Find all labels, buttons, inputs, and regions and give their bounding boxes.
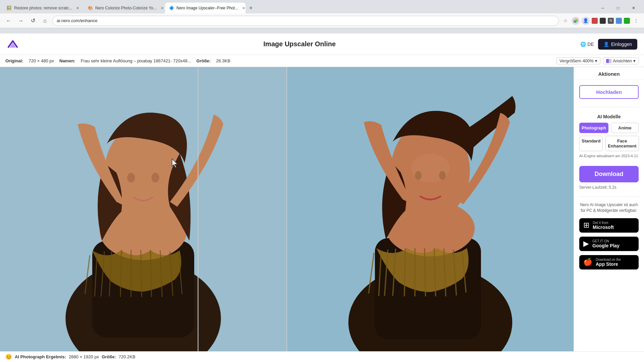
ai-engine-text: AI-Engine aktualisiert am 2023-4-11 [579, 154, 639, 158]
status-size-value: 720.2KB [119, 354, 136, 359]
size-label: Größe: [197, 58, 211, 63]
profile-icon[interactable]: 👤 [582, 17, 590, 25]
person-icon: 👤 [603, 42, 609, 47]
view-grid-icon [606, 59, 611, 63]
tab3-label: Nero Image Upscaler--Free Phot... [176, 6, 238, 10]
extensions-icon[interactable]: 🧩 [572, 17, 580, 25]
download-button[interactable]: Download [579, 166, 639, 182]
maximize-button[interactable]: □ [610, 3, 626, 13]
view-label: Ansichten [613, 58, 632, 63]
google-play-badge[interactable]: ▶ GET IT ON Google Play [579, 237, 639, 251]
image-split-container [0, 67, 574, 351]
browser-tab-3[interactable]: 🔷 Nero Image Upscaler--Free Phot... ✕ [165, 3, 246, 13]
right-sidebar: Aktionen Hochladen AI Modelle Photograph… [574, 67, 644, 351]
tab3-favicon: 🔷 [169, 6, 174, 10]
logo-area [7, 38, 19, 50]
ai-modelle-section: AI Modelle Photograph Anime Standard Fac… [574, 110, 644, 162]
app-available-text: Nero AI Image Upscaler ist auch für PC &… [574, 199, 644, 216]
zoom-chevron-icon: ▾ [595, 58, 597, 63]
toolbar-icon-5 [624, 18, 630, 24]
view-control[interactable]: Ansichten ▾ [603, 57, 639, 64]
svg-point-7 [152, 173, 159, 182]
view-chevron-icon: ▾ [633, 58, 636, 63]
home-button[interactable]: ⌂ [40, 16, 50, 25]
svg-point-15 [411, 154, 450, 183]
app-store-large-text: App Store [596, 261, 621, 267]
name-value: Frau sehr kleine Auflösung – pixabay 186… [81, 58, 191, 63]
google-play-icon: ▶ [583, 239, 589, 248]
enhanced-image-panel [286, 67, 574, 351]
app-header: Image Upscaler Online 🌐 DE 👤 Einloggen [0, 34, 644, 55]
address-bar[interactable] [52, 16, 559, 26]
name-label: Namen: [59, 58, 75, 63]
app-container: Image Upscaler Online 🌐 DE 👤 Einloggen O… [0, 34, 644, 362]
new-tab-button[interactable]: + [246, 3, 256, 13]
lang-label: DE [587, 42, 594, 47]
image-divider [198, 67, 199, 351]
header-right: 🌐 DE 👤 Einloggen [580, 39, 637, 50]
tab3-close[interactable]: ✕ [242, 6, 245, 10]
upload-button[interactable]: Hochladen [579, 85, 639, 99]
app-store-small-text: Download on the [596, 258, 621, 261]
microsoft-badge-small-text: Get it from [593, 221, 614, 225]
back-button[interactable]: ← [4, 16, 13, 25]
zoom-control[interactable]: Vergrößern 400% ▾ [556, 57, 600, 64]
model-btn-row-2: Standard Face Enhancement [579, 136, 639, 151]
status-resolution: 2880 × 1920 px [69, 354, 99, 359]
google-play-small-text: GET IT ON [592, 239, 620, 243]
divider-1 [579, 107, 639, 107]
bookmark-icon[interactable]: ☆ [561, 17, 570, 25]
toolbar-icons: ☆ 🧩 👤 N ⋮ [561, 17, 640, 25]
browser-tab-1[interactable]: 🖼️ Restore photos: remove scratc... ✕ [3, 3, 83, 13]
window-controls: ─ □ ✕ [595, 3, 641, 13]
photograph-model-button[interactable]: Photograph [579, 123, 608, 133]
minimize-button[interactable]: ─ [595, 3, 610, 13]
model-btn-row-1: Photograph Anime [579, 123, 639, 133]
anime-model-button[interactable]: Anime [611, 123, 639, 133]
reload-button[interactable]: ↺ [28, 16, 38, 25]
toolbar-icon-2 [600, 18, 606, 24]
status-label: AI Photograph Ergebnis: [15, 354, 66, 359]
microsoft-store-badge[interactable]: ⊞ Get it from Microsoft [579, 218, 639, 233]
main-content: Aktionen Hochladen AI Modelle Photograph… [0, 67, 644, 351]
tab-bar: 🖼️ Restore photos: remove scratc... ✕ 🎨 … [0, 0, 644, 13]
status-bar: 😊 AI Photograph Ergebnis: 2880 × 1920 px… [0, 351, 644, 362]
login-label: Einloggen [611, 42, 632, 47]
app-title: Image Upscaler Online [19, 40, 580, 48]
microsoft-logo-icon: ⊞ [583, 221, 589, 230]
close-button[interactable]: ✕ [626, 3, 641, 13]
face-enhancement-button[interactable]: Face Enhancement [605, 136, 639, 151]
tab2-favicon: 🎨 [88, 6, 93, 10]
toolbar-icon-3: N [608, 18, 614, 24]
server-laufzeit: Server-Laufzeit: 5.2s [574, 184, 644, 194]
status-size-label: Größe: [102, 354, 116, 359]
ai-modelle-title: AI Modelle [579, 114, 639, 119]
original-image-panel [0, 67, 286, 351]
standard-button[interactable]: Standard [579, 136, 603, 151]
language-button[interactable]: 🌐 DE [580, 42, 594, 47]
svg-point-6 [127, 173, 135, 182]
nero-logo-icon [7, 38, 19, 50]
login-button[interactable]: 👤 Einloggen [598, 39, 637, 50]
browser-chrome: 🖼️ Restore photos: remove scratc... ✕ 🎨 … [0, 0, 644, 34]
microsoft-badge-large-text: Microsoft [593, 225, 614, 230]
forward-button[interactable]: → [16, 16, 25, 25]
tab2-label: Nero Colorize Photo-Colorize Yo... [95, 6, 157, 10]
browser-toolbar: ← → ↺ ⌂ ☆ 🧩 👤 N ⋮ [0, 13, 644, 28]
toolbar-icon-1 [592, 18, 598, 24]
browser-tab-2[interactable]: 🎨 Nero Colorize Photo-Colorize Yo... ✕ [84, 3, 164, 13]
enhanced-image [287, 67, 574, 351]
status-emoji: 😊 [5, 354, 12, 360]
globe-icon: 🌐 [580, 42, 586, 47]
actions-header: Aktionen [574, 67, 644, 80]
tab1-close[interactable]: ✕ [76, 6, 79, 10]
tab2-close[interactable]: ✕ [161, 6, 164, 10]
info-bar-right: Vergrößern 400% ▾ Ansichten ▾ [556, 57, 639, 64]
tab1-label: Restore photos: remove scratc... [14, 6, 72, 10]
app-store-badge[interactable]: 🍎 Download on the App Store [579, 255, 639, 269]
zoom-label: Vergrößern 400% [559, 58, 594, 63]
original-label: Original: [5, 58, 23, 63]
google-play-large-text: Google Play [592, 243, 620, 248]
image-area [0, 67, 574, 351]
menu-icon[interactable]: ⋮ [632, 17, 640, 25]
